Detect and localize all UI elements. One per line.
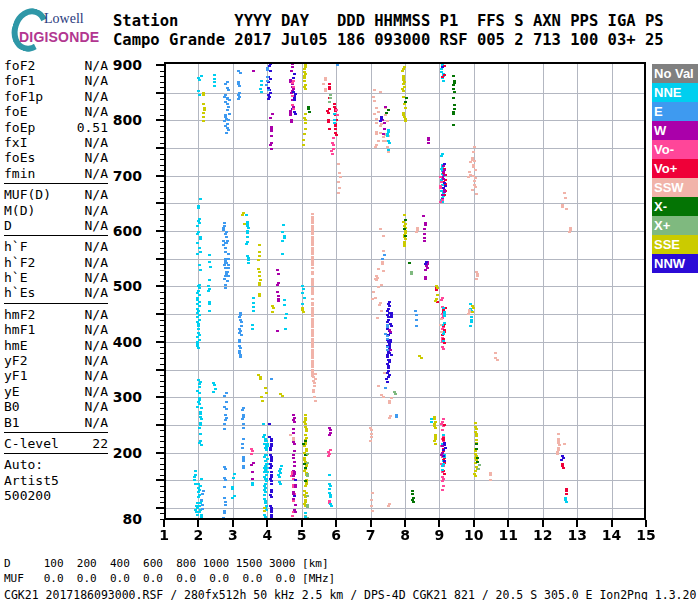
x-tick-label: 1 bbox=[149, 527, 179, 543]
y-tick-label: 900 bbox=[2, 57, 142, 73]
y-tick-label: 800 bbox=[2, 112, 142, 128]
lowell-digisonde-logo: Lowell DIGISONDE bbox=[6, 4, 110, 50]
param-label: fxI bbox=[4, 135, 27, 150]
param-value: N/A bbox=[85, 239, 108, 254]
x-tick-label: 8 bbox=[390, 527, 420, 543]
auto-scaler-line: 500200 bbox=[4, 488, 108, 503]
param-label: M(D) bbox=[4, 203, 35, 218]
param-label: yF2 bbox=[4, 353, 27, 368]
param-label: h`F2 bbox=[4, 255, 35, 270]
legend-item-no-val: No Val bbox=[652, 64, 698, 83]
legend-item-x-: X+ bbox=[652, 216, 698, 235]
legend-item-ssw: SSW bbox=[652, 178, 698, 197]
param-label: yF1 bbox=[4, 368, 27, 383]
x-tick-label: 14 bbox=[597, 527, 627, 543]
param-row: yF2N/A bbox=[4, 353, 108, 368]
legend-item-nnw: NNW bbox=[652, 254, 698, 273]
header-block: Station YYYY DAY DDD HHMMSS P1 FFS S AXN… bbox=[113, 12, 664, 50]
param-row: M(D)N/A bbox=[4, 203, 108, 218]
param-label: MUF(D) bbox=[4, 187, 51, 202]
param-value: N/A bbox=[85, 150, 108, 165]
x-tick-label: 15 bbox=[631, 527, 661, 543]
x-tick-label: 7 bbox=[356, 527, 386, 543]
legend-item-sse: SSE bbox=[652, 235, 698, 254]
legend-item-w: W bbox=[652, 121, 698, 140]
param-row: foF1N/A bbox=[4, 73, 108, 88]
header-line1: Station YYYY DAY DDD HHMMSS P1 FFS S AXN… bbox=[113, 12, 664, 30]
param-row: B1N/A bbox=[4, 415, 108, 430]
x-tick-label: 10 bbox=[459, 527, 489, 543]
legend-item-e: E bbox=[652, 102, 698, 121]
param-label: foF1p bbox=[4, 89, 43, 104]
x-tick-label: 11 bbox=[493, 527, 523, 543]
legend-item-nne: NNE bbox=[652, 83, 698, 102]
y-tick-label: 700 bbox=[2, 168, 142, 184]
x-tick-label: 5 bbox=[287, 527, 317, 543]
param-row: hmF2N/A bbox=[4, 307, 108, 322]
param-value: N/A bbox=[85, 203, 108, 218]
legend-item-vo-: Vo+ bbox=[652, 159, 698, 178]
param-value: N/A bbox=[85, 368, 108, 383]
x-tick-label: 6 bbox=[321, 527, 351, 543]
param-label: B1 bbox=[4, 415, 20, 430]
auto-scaler-line: Artist5 bbox=[4, 473, 108, 488]
param-row: h`FN/A bbox=[4, 239, 108, 254]
footer-line: CGK21_2017186093000.RSF / 280fx512h 50 k… bbox=[4, 588, 696, 600]
param-value: N/A bbox=[85, 255, 108, 270]
panel-divider bbox=[4, 432, 108, 433]
distance-row: D 100 200 400 600 800 1000 1500 3000 [km… bbox=[4, 557, 329, 571]
param-row: h`F2N/A bbox=[4, 255, 108, 270]
param-label: hmF2 bbox=[4, 307, 35, 322]
y-tick-label: 500 bbox=[2, 278, 142, 294]
param-value: N/A bbox=[85, 353, 108, 368]
y-tick-label: 600 bbox=[2, 223, 142, 239]
param-value: N/A bbox=[85, 307, 108, 322]
param-value: N/A bbox=[85, 187, 108, 202]
x-tick-label: 2 bbox=[183, 527, 213, 543]
legend-item-vo-: Vo- bbox=[652, 140, 698, 159]
echo-direction-legend: No ValNNEEWVo-Vo+SSWX-X+SSENNW bbox=[652, 64, 698, 273]
y-tick-label: 400 bbox=[2, 334, 142, 350]
ionogram-scatter-canvas bbox=[146, 56, 662, 550]
x-tick-label: 13 bbox=[562, 527, 592, 543]
logo-lowell-text: Lowell bbox=[44, 11, 84, 27]
y-tick-label: 80 bbox=[2, 511, 142, 527]
panel-divider bbox=[4, 303, 108, 304]
param-label: h`F bbox=[4, 239, 27, 254]
param-label: foF1 bbox=[4, 73, 35, 88]
param-value: N/A bbox=[85, 73, 108, 88]
param-row: MUF(D)N/A bbox=[4, 187, 108, 202]
y-tick-label: 300 bbox=[2, 389, 142, 405]
x-tick-label: 4 bbox=[252, 527, 282, 543]
header-line2: Campo Grande 2017 Jul05 186 093000 RSF 0… bbox=[113, 31, 664, 49]
muf-row: MUF 0.0 0.0 0.0 0.0 0.0 0.0 0.0 0.0 [MHz… bbox=[4, 572, 335, 586]
param-value: N/A bbox=[85, 135, 108, 150]
logo-digisonde-text: DIGISONDE bbox=[19, 29, 99, 45]
param-value: N/A bbox=[85, 89, 108, 104]
param-row: foF1pN/A bbox=[4, 89, 108, 104]
x-tick-label: 3 bbox=[218, 527, 248, 543]
param-row: yF1N/A bbox=[4, 368, 108, 383]
x-tick-label: 9 bbox=[424, 527, 454, 543]
legend-item-x-: X- bbox=[652, 197, 698, 216]
param-row: foEsN/A bbox=[4, 150, 108, 165]
param-row: fxIN/A bbox=[4, 135, 108, 150]
x-tick-label: 12 bbox=[528, 527, 558, 543]
y-tick-label: 200 bbox=[2, 445, 142, 461]
param-value: N/A bbox=[85, 415, 108, 430]
param-label: foEs bbox=[4, 150, 35, 165]
